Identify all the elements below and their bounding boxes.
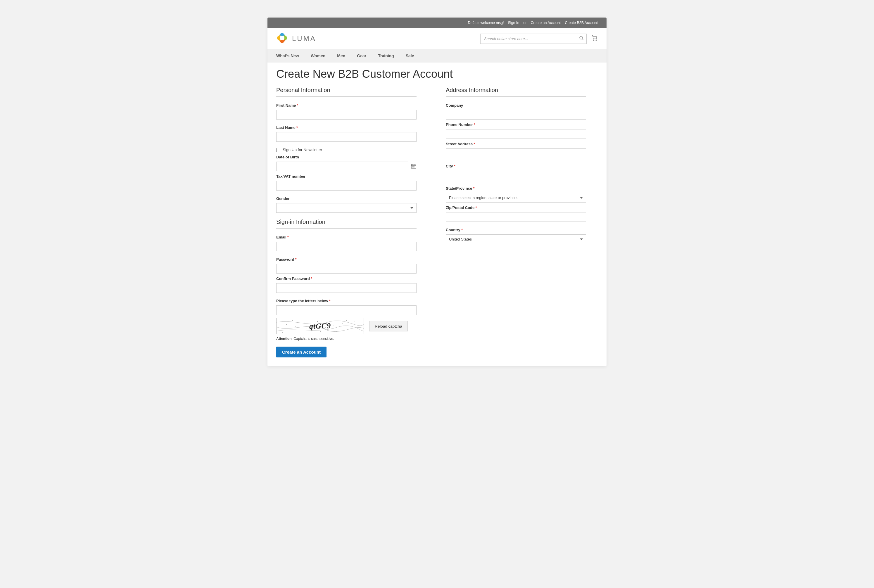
topbar: Default welcome msg! Sign In or Create a… xyxy=(267,18,607,28)
search-wrap xyxy=(480,34,587,44)
label-country: Country xyxy=(446,228,586,232)
svg-point-23 xyxy=(304,322,305,323)
address-info-title: Address Information xyxy=(446,87,586,97)
label-confirm-password: Confirm Password xyxy=(276,276,416,281)
svg-point-28 xyxy=(336,331,337,332)
label-taxvat: Tax/VAT number xyxy=(276,174,416,178)
field-dob: Date of Birth xyxy=(276,155,416,171)
field-captcha: Please type the letters below xyxy=(276,298,416,315)
label-phone: Phone Number xyxy=(446,123,586,127)
email-input[interactable] xyxy=(276,242,416,251)
svg-point-36 xyxy=(320,332,321,332)
field-email: Email xyxy=(276,235,416,251)
svg-point-29 xyxy=(342,324,343,324)
sign-in-link[interactable]: Sign In xyxy=(508,21,520,25)
street-input[interactable] xyxy=(446,148,586,158)
zip-input[interactable] xyxy=(446,212,586,222)
first-name-input[interactable] xyxy=(276,110,416,120)
password-input[interactable] xyxy=(276,264,416,273)
create-b2b-account-link[interactable]: Create B2B Account xyxy=(565,21,598,25)
svg-point-34 xyxy=(296,326,296,327)
nav-training[interactable]: Training xyxy=(378,49,399,63)
nav-whats-new[interactable]: What's New xyxy=(276,49,304,63)
right-column: Address Information Company Phone Number… xyxy=(446,86,586,357)
cart-icon[interactable] xyxy=(591,35,598,42)
captcha-value: qtGC9 xyxy=(309,321,331,331)
city-input[interactable] xyxy=(446,171,586,180)
svg-point-8 xyxy=(596,40,596,40)
calendar-icon[interactable] xyxy=(411,163,416,170)
company-input[interactable] xyxy=(446,110,586,120)
last-name-input[interactable] xyxy=(276,132,416,142)
svg-point-32 xyxy=(360,327,361,327)
label-gender: Gender xyxy=(276,196,416,201)
field-gender: Gender xyxy=(276,196,416,213)
svg-point-33 xyxy=(282,332,283,333)
country-select[interactable]: United States xyxy=(446,234,586,244)
nav-women[interactable]: Women xyxy=(311,49,330,63)
topbar-or: or xyxy=(523,21,526,25)
newsletter-checkbox[interactable] xyxy=(276,148,280,152)
field-company: Company xyxy=(446,103,586,120)
field-first-name: First Name xyxy=(276,103,416,120)
svg-point-37 xyxy=(333,326,334,326)
create-account-link[interactable]: Create an Account xyxy=(531,21,561,25)
signin-info-title: Sign-in Information xyxy=(276,219,416,228)
gender-select[interactable] xyxy=(276,203,416,213)
svg-point-35 xyxy=(306,328,307,329)
attention-text: : Captcha is case sensitive. xyxy=(292,337,334,341)
captcha-row: qtGC9 Reload captcha xyxy=(276,318,416,334)
form-columns: Personal Information First Name Last Nam… xyxy=(276,86,598,357)
label-city: City xyxy=(446,164,586,168)
field-phone: Phone Number xyxy=(446,123,586,139)
label-email: Email xyxy=(276,235,416,239)
taxvat-input[interactable] xyxy=(276,181,416,190)
field-street: Street Address xyxy=(446,142,586,158)
nav-sale[interactable]: Sale xyxy=(406,49,419,63)
reload-captcha-button[interactable]: Reload captcha xyxy=(369,321,408,332)
confirm-password-input[interactable] xyxy=(276,283,416,293)
svg-point-24 xyxy=(311,332,311,333)
header: LUMA xyxy=(267,28,607,49)
logo-text: LUMA xyxy=(292,34,316,43)
label-first-name: First Name xyxy=(276,103,416,108)
create-account-button[interactable]: Create an Account xyxy=(276,346,326,357)
svg-point-21 xyxy=(292,320,293,321)
svg-point-4 xyxy=(280,36,284,40)
nav-men[interactable]: Men xyxy=(337,49,350,63)
search-input[interactable] xyxy=(480,34,587,44)
phone-input[interactable] xyxy=(446,129,586,139)
svg-point-20 xyxy=(286,324,287,325)
label-dob: Date of Birth xyxy=(276,155,416,159)
svg-point-7 xyxy=(593,40,594,40)
logo[interactable]: LUMA xyxy=(276,32,316,45)
label-zip: Zip/Postal Code xyxy=(446,206,586,210)
left-column: Personal Information First Name Last Nam… xyxy=(276,86,416,357)
label-password: Password xyxy=(276,257,416,261)
captcha-input[interactable] xyxy=(276,305,416,315)
personal-info-title: Personal Information xyxy=(276,87,416,97)
svg-point-31 xyxy=(354,321,355,322)
state-select[interactable]: Please select a region, state or provinc… xyxy=(446,193,586,202)
label-company: Company xyxy=(446,103,586,108)
svg-point-19 xyxy=(280,321,280,321)
newsletter-row: Sign Up for Newsletter xyxy=(276,148,416,152)
dob-input[interactable] xyxy=(276,162,408,171)
field-taxvat: Tax/VAT number xyxy=(276,174,416,190)
nav-gear[interactable]: Gear xyxy=(357,49,371,63)
page-content: Create New B2B Customer Account Personal… xyxy=(267,63,607,366)
captcha-image: qtGC9 xyxy=(276,318,364,334)
header-actions xyxy=(480,34,598,44)
label-captcha: Please type the letters below xyxy=(276,298,416,303)
field-zip: Zip/Postal Code xyxy=(446,206,586,222)
field-city: City xyxy=(446,164,586,180)
field-state: State/Province Please select a region, s… xyxy=(446,186,586,202)
app-window: Default welcome msg! Sign In or Create a… xyxy=(267,18,607,366)
page-title: Create New B2B Customer Account xyxy=(276,68,598,80)
label-state: State/Province xyxy=(446,186,586,190)
svg-point-27 xyxy=(330,320,330,320)
label-last-name: Last Name xyxy=(276,125,416,130)
svg-point-38 xyxy=(346,320,347,321)
field-country: Country United States xyxy=(446,228,586,244)
field-password: Password xyxy=(276,257,416,273)
